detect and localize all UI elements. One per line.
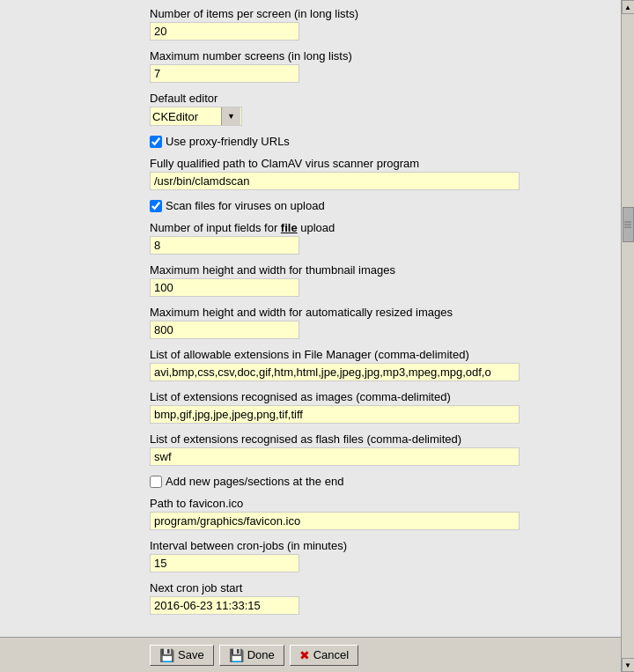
done-icon: 💾	[229, 648, 244, 662]
scan-viruses-label: Scan files for viruses on upload	[166, 199, 325, 212]
image-ext-input[interactable]	[150, 405, 520, 424]
done-label: Done	[247, 648, 275, 661]
items-per-screen-label: Number of items per screen (in long list…	[150, 7, 610, 20]
add-pages-label: Add new pages/sections at the end	[166, 475, 343, 488]
input-fields-input[interactable]	[150, 236, 299, 255]
cron-interval-label: Interval between cron-jobs (in minutes)	[150, 539, 610, 552]
cancel-icon: ✖	[299, 648, 310, 662]
save-button[interactable]: 💾 Save	[150, 645, 214, 666]
proxy-urls-label: Use proxy-friendly URLs	[166, 135, 290, 148]
main-content: Number of items per screen (in long list…	[0, 0, 621, 672]
grip-line-1	[624, 222, 631, 223]
file-ext-text: List of allowable extensions in File Man…	[150, 348, 469, 361]
proxy-urls-checkbox[interactable]	[150, 136, 162, 148]
add-pages-text: Add new pages/sections at the end	[166, 475, 343, 488]
scan-viruses-group: Scan files for viruses on upload	[150, 199, 610, 212]
image-ext-group: List of extensions recognised as images …	[150, 390, 610, 424]
done-button[interactable]: 💾 Done	[219, 645, 284, 666]
footer-bar: 💾 Save 💾 Done ✖ Cancel	[0, 637, 621, 672]
cancel-label: Cancel	[313, 648, 349, 661]
items-per-screen-group: Number of items per screen (in long list…	[150, 7, 610, 41]
cron-next-group: Next cron job start	[150, 581, 610, 615]
cron-next-input[interactable]	[150, 596, 299, 615]
cron-interval-group: Interval between cron-jobs (in minutes)	[150, 539, 610, 572]
image-ext-text: List of extensions recognised as images …	[150, 390, 451, 403]
scrollbar-thumb[interactable]	[623, 207, 634, 242]
grip-line-2	[624, 225, 631, 225]
scan-viruses-text: Scan files for viruses on upload	[166, 199, 325, 212]
thumb-group: Maximum height and width for thumbnail i…	[150, 263, 610, 297]
select-arrow-icon[interactable]: ▼	[221, 107, 240, 125]
items-per-screen-suffix: (in long lists)	[291, 7, 358, 20]
save-icon: 💾	[159, 648, 174, 662]
scan-viruses-checkbox[interactable]	[150, 200, 162, 212]
resize-input[interactable]	[150, 321, 299, 339]
default-editor-select[interactable]: CKEditor TinyMCE Plain Text	[151, 107, 221, 125]
resize-text: Maximum height and width	[150, 306, 286, 319]
cron-interval-suffix: (in minutes)	[284, 539, 347, 552]
thumb-text: Maximum height and width	[150, 263, 286, 277]
favicon-group: Path to favicon.ico	[150, 497, 610, 530]
scrollbar: ▲ ▼	[621, 0, 634, 672]
file-ext-label: List of allowable extensions in File Man…	[150, 348, 610, 361]
file-ext-group: List of allowable extensions in File Man…	[150, 348, 610, 381]
flash-ext-label: List of extensions recognised as flash f…	[150, 432, 610, 446]
scrollbar-track[interactable]	[622, 14, 635, 658]
max-screens-input[interactable]	[150, 64, 299, 83]
default-editor-group: Default editor CKEditor TinyMCE Plain Te…	[150, 92, 610, 126]
default-editor-label: Default editor	[150, 92, 610, 105]
resize-label: Maximum height and width for automatical…	[150, 306, 610, 319]
max-screens-suffix: (in long lists)	[284, 49, 352, 63]
items-per-screen-input[interactable]	[150, 22, 299, 41]
favicon-label: Path to favicon.ico	[150, 497, 610, 510]
input-fields-text: Number of input fields for	[150, 221, 277, 234]
cancel-button[interactable]: ✖ Cancel	[290, 645, 358, 666]
flash-ext-text: List of extensions recognised as flash f…	[150, 432, 461, 446]
cron-interval-input[interactable]	[150, 554, 299, 572]
resize-suffix: for automatically resized images	[286, 306, 453, 319]
max-screens-text: Maximum number screens	[150, 49, 284, 63]
thumb-input[interactable]	[150, 278, 299, 297]
favicon-input[interactable]	[150, 512, 520, 530]
scrollbar-grip	[624, 222, 631, 228]
input-fields-label: Number of input fields for file upload	[150, 221, 610, 234]
clamav-label: Fully qualified path to ClamAV virus sca…	[150, 157, 610, 170]
input-fields-group: Number of input fields for file upload	[150, 221, 610, 255]
thumb-suffix: for thumbnail images	[286, 263, 395, 277]
cron-next-text: Next cron job start	[150, 581, 243, 594]
scroll-up-button[interactable]: ▲	[622, 0, 635, 14]
proxy-urls-text: Use proxy-friendly URLs	[166, 135, 290, 148]
add-pages-group: Add new pages/sections at the end	[150, 475, 610, 488]
save-label: Save	[178, 648, 204, 661]
flash-ext-input[interactable]	[150, 447, 520, 466]
clamav-group: Fully qualified path to ClamAV virus sca…	[150, 157, 610, 190]
items-per-screen-text: Number of items per screen	[150, 7, 291, 20]
resize-group: Maximum height and width for automatical…	[150, 306, 610, 339]
proxy-urls-group: Use proxy-friendly URLs	[150, 135, 610, 148]
clamav-text: Fully qualified path to ClamAV virus sca…	[150, 157, 419, 170]
cron-interval-text: Interval between cron-jobs	[150, 539, 284, 552]
input-fields-bold: file	[281, 221, 298, 234]
grip-line-3	[624, 227, 631, 228]
file-ext-input[interactable]	[150, 363, 520, 381]
default-editor-text: Default editor	[150, 92, 217, 105]
default-editor-select-wrapper[interactable]: CKEditor TinyMCE Plain Text ▼	[150, 107, 242, 126]
add-pages-checkbox[interactable]	[150, 476, 162, 488]
input-fields-suffix: upload	[298, 221, 335, 234]
clamav-input[interactable]	[150, 172, 520, 190]
flash-ext-group: List of extensions recognised as flash f…	[150, 432, 610, 466]
favicon-text: Path to favicon.ico	[150, 497, 243, 510]
cron-next-label: Next cron job start	[150, 581, 610, 594]
max-screens-group: Maximum number screens (in long lists)	[150, 49, 610, 83]
scroll-down-button[interactable]: ▼	[622, 658, 635, 672]
thumb-label: Maximum height and width for thumbnail i…	[150, 263, 610, 277]
max-screens-label: Maximum number screens (in long lists)	[150, 49, 610, 63]
image-ext-label: List of extensions recognised as images …	[150, 390, 610, 403]
